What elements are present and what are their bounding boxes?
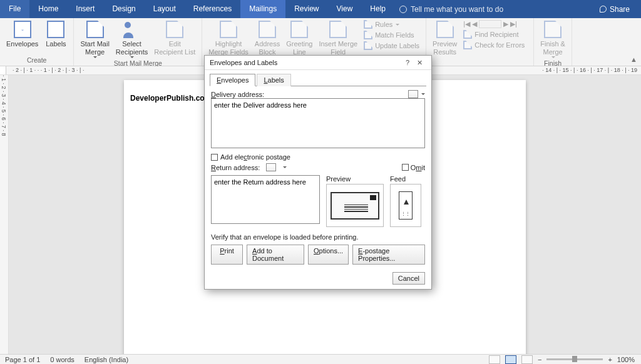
verify-message: Verify that an envelope is loaded before… <box>211 233 425 241</box>
insert-merge-field-button: Insert Merge Field <box>316 19 360 59</box>
tab-design[interactable]: Design <box>103 0 144 18</box>
tell-me-search[interactable]: Tell me what you want to do <box>399 5 503 14</box>
return-address-label: Return address: <box>211 164 260 171</box>
status-bar: Page 1 of 1 0 words English (India) − + … <box>0 354 641 364</box>
v-ruler-ticks: · 1 · 2 · 3 · 4 · 5 · 6 · 7 · 8 <box>1 75 7 136</box>
preview-results-icon <box>436 21 454 38</box>
add-to-document-button[interactable]: Add to Document <box>247 245 304 265</box>
group-finish: Finish & Merge Finish <box>534 18 572 66</box>
labels-button[interactable]: Labels <box>42 19 69 49</box>
finish-merge-icon <box>544 21 562 38</box>
next-record-icon: ▶ <box>503 20 508 28</box>
select-recipients-label: Select Recipients <box>116 40 148 56</box>
tab-view[interactable]: View <box>328 0 362 18</box>
tab-review[interactable]: Review <box>285 0 327 18</box>
prev-record-icon: ◀ <box>472 20 477 28</box>
ruler-left-ticks: · 2 · | · 1 · · · 1 · | · 2 · | · 3 · | … <box>13 67 84 73</box>
labels-icon <box>47 21 64 38</box>
status-page[interactable]: Page 1 of 1 <box>5 356 40 363</box>
menu-tabs: File Home Insert Design Layout Reference… <box>0 0 394 18</box>
status-language[interactable]: English (India) <box>85 356 128 363</box>
share-label: Share <box>610 5 630 14</box>
delivery-address-input[interactable] <box>211 98 425 148</box>
start-mail-merge-label: Start Mail Merge <box>80 40 109 56</box>
envelopes-dialog: Envelopes and Labels ? ✕ Envelopes Label… <box>204 55 432 290</box>
match-fields-button: Match Fields <box>361 30 422 40</box>
dialog-tabs: Envelopes Labels <box>205 70 431 86</box>
zoom-percent[interactable]: 100% <box>617 356 635 363</box>
omit-label: Omit <box>411 164 425 171</box>
tab-references[interactable]: References <box>185 0 240 18</box>
zoom-out-button[interactable]: − <box>538 356 541 363</box>
update-labels-icon <box>364 41 372 50</box>
edit-recipient-list-button: Edit Recipient List <box>151 19 198 58</box>
view-print-layout-button[interactable] <box>505 355 516 364</box>
dialog-tab-envelopes[interactable]: Envelopes <box>210 74 255 86</box>
tab-help[interactable]: Help <box>361 0 394 18</box>
group-preview-results: Preview Results |◀ ◀ ▶ ▶| Find Recipient… <box>426 18 534 66</box>
cancel-button[interactable]: Cancel <box>392 272 425 285</box>
rules-button: Rules <box>361 19 422 29</box>
address-book-icon[interactable] <box>408 90 418 98</box>
options-button[interactable]: Options... <box>308 245 349 265</box>
dialog-tab-labels[interactable]: Labels <box>257 74 290 86</box>
add-epostage-checkbox[interactable]: Add electronic postage <box>211 153 425 161</box>
feed-panel[interactable]: ⋮⋮ <box>390 184 421 227</box>
address-block-icon <box>259 21 276 38</box>
zoom-thumb[interactable] <box>572 356 577 362</box>
return-address-input[interactable] <box>211 175 320 224</box>
labels-label: Labels <box>46 40 66 48</box>
greeting-label: Greeting Line <box>286 40 312 56</box>
preview-results-label: Preview Results <box>433 40 457 56</box>
find-recipient-icon <box>463 30 472 39</box>
epostage-properties-button[interactable]: E-postage Properties... <box>352 245 425 265</box>
greeting-icon <box>290 21 308 38</box>
group-label-preview <box>430 64 530 66</box>
status-word-count[interactable]: 0 words <box>50 356 74 363</box>
edit-recipient-list-label: Edit Recipient List <box>154 40 195 56</box>
group-label-create: Create <box>4 56 69 66</box>
collapse-ribbon-icon[interactable]: ▲ <box>630 56 637 63</box>
dialog-title-bar[interactable]: Envelopes and Labels ? ✕ <box>205 56 431 70</box>
dialog-close-button[interactable]: ✕ <box>413 59 426 67</box>
view-web-layout-button[interactable] <box>521 355 533 364</box>
ruler-right-ticks: · 14 · | · 15 · | · 16 · | · 17 · | · 18… <box>542 67 637 73</box>
group-create: Envelopes Labels Create <box>0 18 74 66</box>
tab-home[interactable]: Home <box>29 0 67 18</box>
highlight-label: Highlight Merge Fields <box>208 40 249 56</box>
finish-merge-button: Finish & Merge <box>538 19 568 59</box>
vertical-ruler: · 1 · 2 · 3 · 4 · 5 · 6 · 7 · 8 <box>0 75 9 354</box>
dialog-help-button[interactable]: ? <box>402 59 413 66</box>
return-address-dropdown-icon[interactable] <box>283 166 287 168</box>
print-button[interactable]: Print <box>211 245 243 265</box>
share-icon <box>600 6 607 13</box>
insert-merge-icon <box>329 21 347 38</box>
view-read-mode-button[interactable] <box>489 355 500 364</box>
tab-layout[interactable]: Layout <box>145 0 185 18</box>
update-labels-button: Update Labels <box>361 41 422 51</box>
preview-panel[interactable] <box>326 184 384 227</box>
match-fields-icon <box>364 31 372 39</box>
envelopes-button[interactable]: Envelopes <box>4 19 41 49</box>
select-recipients-button[interactable]: Select Recipients <box>113 19 150 59</box>
highlight-icon <box>220 21 237 38</box>
tab-file[interactable]: File <box>0 0 29 18</box>
share-button[interactable]: Share <box>600 5 641 14</box>
start-mail-merge-button[interactable]: Start Mail Merge <box>78 19 111 59</box>
address-book-dropdown-icon[interactable] <box>421 93 425 95</box>
mail-merge-icon <box>86 21 104 38</box>
tab-mailings[interactable]: Mailings <box>240 0 285 18</box>
return-address-book-icon[interactable] <box>266 163 276 171</box>
omit-checkbox[interactable] <box>402 164 409 171</box>
write-small-options: Rules Match Fields Update Labels <box>361 19 422 51</box>
recipients-icon <box>123 21 141 38</box>
dialog-body: Delivery address: Add electronic postage… <box>205 86 431 289</box>
insert-merge-label: Insert Merge Field <box>319 40 357 56</box>
checkbox-icon <box>211 154 218 161</box>
preview-nav: |◀ ◀ ▶ ▶| Find Recipient Check for Error… <box>461 19 530 50</box>
zoom-in-button[interactable]: + <box>608 356 612 363</box>
address-block-label: Address Block <box>255 40 280 56</box>
greeting-line-button: Greeting Line <box>284 19 315 58</box>
tab-insert[interactable]: Insert <box>67 0 103 18</box>
zoom-slider[interactable] <box>546 358 603 360</box>
